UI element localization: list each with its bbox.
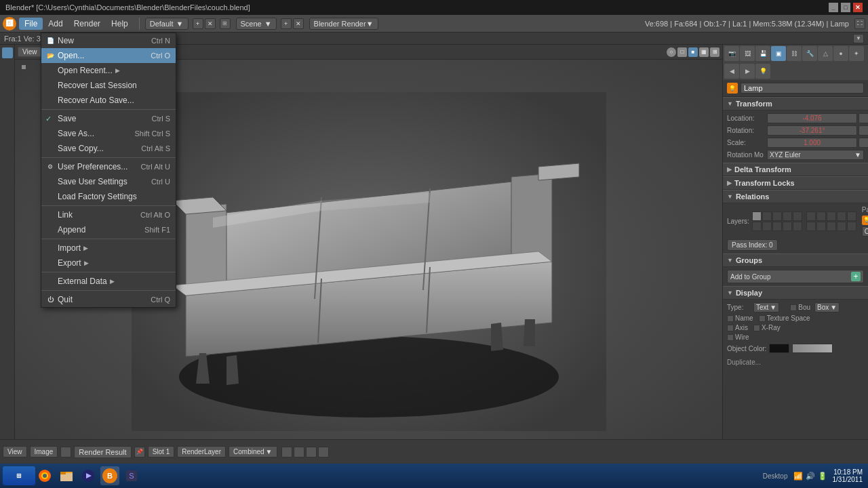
- close-button[interactable]: ✕: [853, 3, 863, 12]
- file-external-data-item[interactable]: External Data: [41, 274, 176, 289]
- bottom-icon-2[interactable]: [294, 447, 304, 458]
- file-menu[interactable]: File: [19, 18, 43, 30]
- camera-icon[interactable]: [60, 447, 71, 458]
- blender-taskbar-icon[interactable]: B: [100, 466, 119, 485]
- groups-header[interactable]: ▼ Groups: [723, 253, 868, 267]
- file-quit-item[interactable]: ⏻ Quit Ctrl Q: [41, 292, 176, 307]
- layer-9[interactable]: [837, 211, 846, 221]
- app-icon-1[interactable]: S: [122, 466, 141, 485]
- layer-20[interactable]: [847, 222, 856, 231]
- obj-color-swatch-black[interactable]: [769, 344, 789, 353]
- bottom-icon-4[interactable]: [318, 447, 329, 458]
- layer-3[interactable]: [772, 211, 782, 221]
- layer-8[interactable]: [827, 211, 836, 221]
- render-layer-button[interactable]: RenderLayer: [177, 446, 226, 458]
- nav-prev[interactable]: ◀: [724, 64, 739, 79]
- scene-prop-icon[interactable]: 📷: [724, 46, 739, 61]
- help-menu[interactable]: Help: [106, 18, 134, 30]
- view-btn[interactable]: ⊞: [220, 18, 231, 29]
- rotation-mode-dropdown[interactable]: XYZ Euler ▼: [767, 150, 864, 160]
- transform-section-header[interactable]: ▼ Transform: [723, 97, 868, 110]
- loc-y-input[interactable]: [859, 113, 868, 123]
- layer-16[interactable]: [806, 222, 816, 231]
- display-header[interactable]: ▼ Display: [723, 286, 868, 300]
- layer-10[interactable]: [847, 211, 856, 221]
- bottom-icon-1[interactable]: [281, 447, 292, 458]
- firefox-icon[interactable]: [35, 466, 54, 485]
- layer-14[interactable]: [783, 222, 792, 231]
- file-factory-settings-item[interactable]: Load Factory Settings: [41, 189, 176, 204]
- layer-5[interactable]: [793, 211, 802, 221]
- delta-transform-header[interactable]: ▶ Delta Transform: [723, 163, 868, 176]
- left-icon-1[interactable]: [2, 47, 13, 58]
- object-prop-icon[interactable]: ▣: [771, 46, 786, 61]
- media-player-icon[interactable]: [79, 466, 98, 485]
- minimize-button[interactable]: _: [829, 3, 838, 12]
- loc-x-input[interactable]: [767, 113, 857, 123]
- scene-dropdown[interactable]: Scene ▼: [236, 18, 277, 30]
- file-user-prefs-item[interactable]: ⚙ User Preferences... Ctrl Alt U: [41, 159, 176, 174]
- bottom-icon-3[interactable]: [306, 447, 317, 458]
- add-layout-btn[interactable]: +: [193, 18, 203, 29]
- layer-15[interactable]: [793, 222, 802, 231]
- layer-19[interactable]: [837, 222, 846, 231]
- layer-4[interactable]: [783, 211, 792, 221]
- pin-icon[interactable]: 📌: [134, 447, 145, 458]
- wire-checkbox[interactable]: [727, 334, 734, 341]
- slot-button[interactable]: Slot 1: [148, 446, 175, 458]
- render-engine-dropdown[interactable]: Blender Render ▼: [309, 18, 378, 30]
- explorer-icon[interactable]: [57, 466, 76, 485]
- file-new-item[interactable]: 📄 New Ctrl N: [41, 33, 176, 48]
- file-import-item[interactable]: Import: [41, 241, 176, 256]
- viewport-mode-5[interactable]: ⊞: [710, 47, 719, 57]
- image-bottom-btn[interactable]: Image: [30, 446, 58, 458]
- viewport-mode-3[interactable]: ■: [688, 47, 698, 57]
- layer-1[interactable]: [752, 211, 762, 221]
- file-save-user-item[interactable]: Save User Settings Ctrl U: [41, 174, 176, 189]
- particle-prop-icon[interactable]: ✦: [849, 46, 864, 61]
- file-recover-auto-item[interactable]: Recover Auto Save...: [41, 93, 176, 108]
- axis-checkbox[interactable]: [727, 325, 734, 331]
- obj-color-swatch-gray[interactable]: [792, 344, 833, 353]
- object-name-input[interactable]: [741, 83, 864, 94]
- file-open-recent-item[interactable]: Open Recent...: [41, 63, 176, 78]
- parent-type-dropdown[interactable]: Object ▼: [862, 226, 868, 237]
- remove-layout-btn[interactable]: ✕: [205, 18, 216, 29]
- desktop-button[interactable]: Desktop: [763, 471, 788, 481]
- add-scene-btn[interactable]: +: [281, 18, 292, 29]
- render-menu[interactable]: Render: [68, 18, 106, 30]
- viewport-mode-2[interactable]: □: [677, 47, 687, 57]
- layer-7[interactable]: [816, 211, 826, 221]
- add-to-group-button[interactable]: Add to Group +: [727, 270, 864, 283]
- display-type-dropdown[interactable]: Text ▼: [753, 302, 779, 312]
- bounds-type-dropdown[interactable]: Box ▼: [814, 302, 840, 312]
- layer-12[interactable]: [762, 222, 772, 231]
- scale-x-input[interactable]: [767, 138, 857, 148]
- material-prop-icon[interactable]: ●: [833, 46, 848, 61]
- layer-2[interactable]: [762, 211, 772, 221]
- collapse-info-btn[interactable]: ▼: [853, 34, 864, 43]
- combined-button[interactable]: Combined ▼: [229, 446, 277, 458]
- output-prop-icon[interactable]: 💾: [755, 46, 770, 61]
- layer-13[interactable]: [772, 222, 782, 231]
- file-open-item[interactable]: 📂 Open... Ctrl O: [41, 48, 176, 63]
- rot-y-input[interactable]: [859, 125, 868, 136]
- constraint-prop-icon[interactable]: ⛓: [787, 46, 802, 61]
- data-prop-icon[interactable]: △: [818, 46, 833, 61]
- file-append-item[interactable]: Append Shift F1: [41, 222, 176, 237]
- maximize-viewport-btn[interactable]: ⛶: [854, 18, 865, 29]
- maximize-button[interactable]: □: [841, 3, 850, 12]
- start-button[interactable]: ⊞: [3, 466, 35, 485]
- nav-next[interactable]: ▶: [740, 64, 755, 79]
- scale-y-input[interactable]: [859, 138, 868, 148]
- viewport-mode-4[interactable]: ▦: [699, 47, 709, 57]
- texture-space-checkbox[interactable]: [759, 315, 766, 322]
- rot-x-input[interactable]: [767, 125, 857, 136]
- viewport-mode-1[interactable]: ○: [667, 47, 676, 57]
- layer-6[interactable]: [806, 211, 816, 221]
- layout-dropdown[interactable]: Default ▼: [145, 18, 189, 30]
- relations-header[interactable]: ▼ Relations: [723, 190, 868, 203]
- xray-checkbox[interactable]: [753, 325, 760, 331]
- add-menu[interactable]: Add: [43, 18, 68, 30]
- pass-index-button[interactable]: Pass Index: 0: [727, 239, 778, 251]
